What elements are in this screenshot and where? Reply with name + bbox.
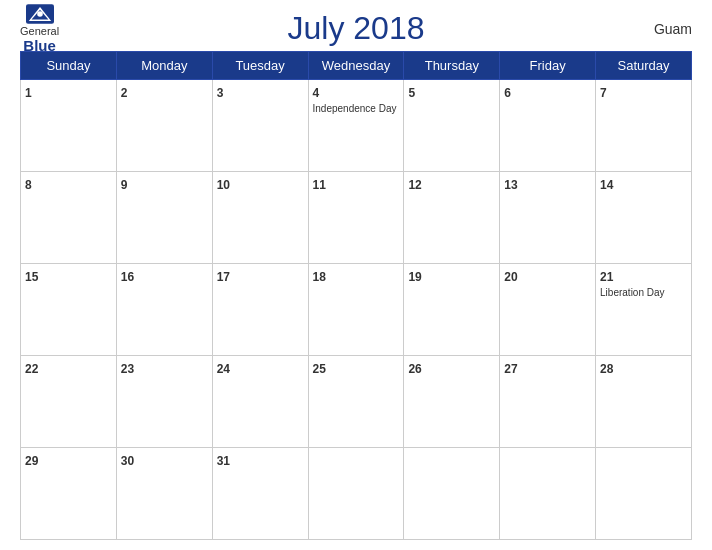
day-number: 20 [504,270,517,284]
weekday-header-thursday: Thursday [404,52,500,80]
day-number: 23 [121,362,134,376]
day-number: 18 [313,270,326,284]
calendar-cell: 10 [212,172,308,264]
week-row-5: 293031 [21,448,692,540]
calendar-cell: 29 [21,448,117,540]
calendar-cell: 31 [212,448,308,540]
calendar-cell [596,448,692,540]
calendar-cell: 22 [21,356,117,448]
day-number: 8 [25,178,32,192]
day-number: 27 [504,362,517,376]
day-number: 19 [408,270,421,284]
weekday-header-saturday: Saturday [596,52,692,80]
day-number: 24 [217,362,230,376]
day-number: 14 [600,178,613,192]
calendar-cell: 30 [116,448,212,540]
weekday-header-monday: Monday [116,52,212,80]
calendar-cell: 14 [596,172,692,264]
calendar-cell: 4Independence Day [308,80,404,172]
logo-blue-text: Blue [23,37,56,54]
day-number: 12 [408,178,421,192]
calendar-cell: 8 [21,172,117,264]
day-number: 16 [121,270,134,284]
day-number: 13 [504,178,517,192]
calendar-cell: 2 [116,80,212,172]
calendar-table: SundayMondayTuesdayWednesdayThursdayFrid… [20,51,692,540]
day-number: 21 [600,270,613,284]
day-number: 17 [217,270,230,284]
logo: General Blue [20,4,59,54]
day-number: 10 [217,178,230,192]
day-number: 28 [600,362,613,376]
day-number: 7 [600,86,607,100]
day-number: 1 [25,86,32,100]
day-number: 2 [121,86,128,100]
weekday-header-sunday: Sunday [21,52,117,80]
week-row-4: 22232425262728 [21,356,692,448]
logo-icon [26,4,54,24]
day-number: 4 [313,86,320,100]
svg-point-3 [37,11,43,17]
day-number: 25 [313,362,326,376]
calendar-cell: 20 [500,264,596,356]
calendar-cell: 19 [404,264,500,356]
calendar-cell: 11 [308,172,404,264]
day-number: 15 [25,270,38,284]
week-row-3: 15161718192021Liberation Day [21,264,692,356]
week-row-1: 1234Independence Day567 [21,80,692,172]
calendar-cell: 28 [596,356,692,448]
calendar-cell: 21Liberation Day [596,264,692,356]
day-number: 26 [408,362,421,376]
calendar-cell: 1 [21,80,117,172]
calendar-header: General Blue July 2018 Guam [20,10,692,47]
calendar-cell: 6 [500,80,596,172]
calendar-cell: 24 [212,356,308,448]
holiday-label: Liberation Day [600,287,687,299]
region-label: Guam [654,21,692,37]
day-number: 3 [217,86,224,100]
calendar-cell: 25 [308,356,404,448]
calendar-cell: 16 [116,264,212,356]
day-number: 6 [504,86,511,100]
weekday-header-wednesday: Wednesday [308,52,404,80]
calendar-cell: 9 [116,172,212,264]
calendar-cell: 27 [500,356,596,448]
day-number: 22 [25,362,38,376]
holiday-label: Independence Day [313,103,400,115]
calendar-cell: 12 [404,172,500,264]
day-number: 31 [217,454,230,468]
weekday-header-row: SundayMondayTuesdayWednesdayThursdayFrid… [21,52,692,80]
weekday-header-friday: Friday [500,52,596,80]
week-row-2: 891011121314 [21,172,692,264]
calendar-cell: 5 [404,80,500,172]
day-number: 29 [25,454,38,468]
day-number: 11 [313,178,326,192]
calendar-cell: 13 [500,172,596,264]
calendar-cell [308,448,404,540]
calendar-cell: 3 [212,80,308,172]
day-number: 9 [121,178,128,192]
calendar-cell: 7 [596,80,692,172]
calendar-cell: 18 [308,264,404,356]
calendar-cell: 17 [212,264,308,356]
calendar-cell: 26 [404,356,500,448]
weekday-header-tuesday: Tuesday [212,52,308,80]
calendar-cell [500,448,596,540]
calendar-cell: 23 [116,356,212,448]
calendar-cell: 15 [21,264,117,356]
month-title: July 2018 [288,10,425,47]
day-number: 30 [121,454,134,468]
calendar-cell [404,448,500,540]
day-number: 5 [408,86,415,100]
logo-general-text: General [20,25,59,37]
